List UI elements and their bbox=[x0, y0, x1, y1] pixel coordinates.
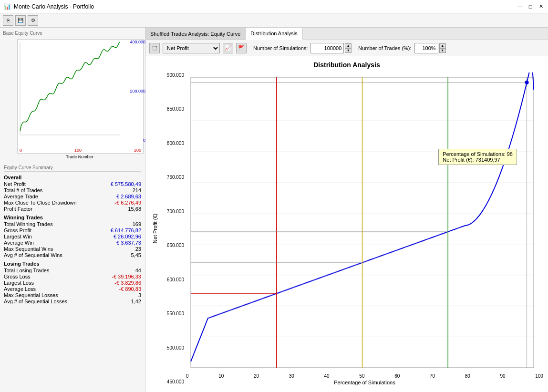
table-row: Average Trade€ 2.689,63 bbox=[4, 194, 141, 199]
settings-button[interactable]: ⚙ bbox=[28, 15, 38, 26]
row-label: Total Losing Trades bbox=[4, 268, 49, 273]
row-value: 169 bbox=[133, 221, 141, 227]
tab-distribution[interactable]: Distribution Analysis bbox=[246, 28, 302, 40]
y-axis-title: Net Profit (€) bbox=[152, 214, 158, 243]
copy-button[interactable]: ⎘ bbox=[3, 15, 13, 26]
table-row: Gross Profit€ 614.776,82 bbox=[4, 227, 141, 233]
row-value: -€ 3.829,86 bbox=[114, 280, 141, 286]
row-label: Profit Factor bbox=[4, 206, 32, 212]
tab-shuffled[interactable]: Shuffled Trades Analysis: Equity Curve bbox=[145, 28, 246, 40]
table-row: Max Sequential Losses3 bbox=[4, 292, 141, 298]
equity-summary: Equity Curve Summary OverallNet Profit€ … bbox=[0, 162, 145, 392]
trades-input[interactable]: 100% bbox=[414, 43, 438, 53]
row-label: Avg # of Sequential Wins bbox=[4, 252, 62, 258]
close-button[interactable]: ✕ bbox=[538, 3, 544, 10]
row-label: Largest Win bbox=[4, 234, 32, 239]
row-value: 214 bbox=[133, 187, 141, 193]
equity-curve-section-label: Base Equity Curve bbox=[3, 31, 142, 37]
row-value: 15,68 bbox=[128, 206, 141, 212]
row-value: 23 bbox=[135, 246, 141, 252]
save-button[interactable]: 💾 bbox=[15, 15, 26, 26]
row-label: Average Loss bbox=[4, 286, 36, 292]
tabs-bar: Shuffled Trades Analysis: Equity Curve D… bbox=[145, 28, 548, 40]
row-value: -€ 890,83 bbox=[119, 286, 141, 292]
table-row: Largest Loss-€ 3.829,86 bbox=[4, 280, 141, 286]
main-toolbar: ⎘ 💾 ⚙ bbox=[0, 13, 548, 28]
table-row: Max Sequential Wins23 bbox=[4, 246, 141, 252]
row-label: Average Trade bbox=[4, 194, 38, 199]
row-label: Total Winning Trades bbox=[4, 221, 53, 227]
row-label: Largest Loss bbox=[4, 280, 34, 286]
left-panel: Base Equity Curve 400.000 200.000 0 0 10… bbox=[0, 28, 145, 392]
equity-x-title: Trade Number bbox=[17, 155, 142, 159]
summary-group-title: Winning Trades bbox=[4, 215, 141, 220]
row-value: -€ 6.276,49 bbox=[114, 200, 141, 206]
summary-group-title: Overall bbox=[4, 175, 141, 180]
table-row: Average Win€ 3.637,73 bbox=[4, 240, 141, 246]
row-label: Avg # of Sequential Losses bbox=[4, 299, 67, 304]
chart-area: Distribution Analysis Net Profit (€) 900… bbox=[145, 56, 548, 392]
right-panel: Shuffled Trades Analysis: Equity Curve D… bbox=[145, 28, 548, 392]
x-axis-title: Percentage of Simulations bbox=[186, 380, 543, 385]
row-value: -€ 39.196,33 bbox=[112, 274, 141, 279]
trades-up[interactable]: ▲ bbox=[439, 43, 446, 48]
trades-label: Number of Trades (%): bbox=[358, 45, 411, 51]
equity-chart: 400.000 200.000 0 0 100 200 bbox=[17, 39, 144, 154]
chart-icon-btn[interactable]: ⬚ bbox=[149, 43, 160, 53]
equity-x-axis: 0 100 200 bbox=[18, 147, 143, 153]
row-label: Net Profit bbox=[4, 181, 26, 187]
table-row: Total Winning Trades169 bbox=[4, 221, 141, 227]
table-row: Average Loss-€ 890,83 bbox=[4, 286, 141, 292]
table-row: Avg # of Sequential Losses1,42 bbox=[4, 299, 141, 304]
simulations-label: Number of Simulations: bbox=[253, 45, 308, 51]
x-axis-labels: 0 10 20 30 40 50 60 70 80 90 100 bbox=[186, 372, 543, 379]
minimize-button[interactable]: ─ bbox=[517, 3, 523, 10]
chart-type-btn[interactable]: 📈 bbox=[223, 43, 233, 53]
row-label: Gross Profit bbox=[4, 227, 31, 233]
row-value: 3 bbox=[138, 292, 141, 298]
trades-down[interactable]: ▼ bbox=[439, 48, 446, 53]
title-bar: 📊 Monte-Carlo Analysis - Portfolio ─ □ ✕ bbox=[0, 0, 548, 13]
row-value: € 3.637,73 bbox=[116, 240, 141, 246]
window-title: Monte-Carlo Analysis - Portfolio bbox=[14, 3, 94, 10]
table-row: Max Close To Close Drawdown-€ 6.276,49 bbox=[4, 200, 141, 206]
row-value: € 614.776,82 bbox=[111, 227, 141, 233]
table-row: Total Losing Trades44 bbox=[4, 268, 141, 273]
flag-btn[interactable]: 🚩 bbox=[236, 43, 247, 53]
simulations-input[interactable]: 100000 bbox=[310, 43, 344, 53]
simulations-down[interactable]: ▼ bbox=[345, 48, 352, 53]
equity-y-axis: 400.000 200.000 0 bbox=[126, 40, 145, 144]
table-row: Net Profit€ 575.580,49 bbox=[4, 181, 141, 187]
row-value: € 575.580,49 bbox=[111, 181, 141, 187]
table-row: Gross Loss-€ 39.196,33 bbox=[4, 274, 141, 279]
table-row: Total # of Trades214 bbox=[4, 187, 141, 193]
simulations-up[interactable]: ▲ bbox=[345, 43, 352, 48]
window-icon: 📊 bbox=[4, 3, 11, 10]
row-label: Total # of Trades bbox=[4, 187, 42, 193]
row-value: € 26.092,96 bbox=[114, 234, 141, 239]
row-value: 5,45 bbox=[131, 252, 141, 258]
summary-title: Equity Curve Summary bbox=[4, 165, 141, 172]
row-value: € 2.689,63 bbox=[116, 194, 141, 199]
chart-toolbar: ⬚ Net Profit Gross Profit Drawdown Profi… bbox=[145, 40, 548, 56]
row-value: 44 bbox=[135, 268, 141, 273]
row-label: Max Close To Close Drawdown bbox=[4, 200, 77, 206]
maximize-button[interactable]: □ bbox=[527, 3, 534, 10]
table-row: Profit Factor15,68 bbox=[4, 206, 141, 212]
table-row: Avg # of Sequential Wins5,45 bbox=[4, 252, 141, 258]
row-value: 1,42 bbox=[131, 299, 141, 304]
metric-dropdown[interactable]: Net Profit Gross Profit Drawdown Profit … bbox=[163, 43, 220, 53]
row-label: Max Sequential Wins bbox=[4, 246, 53, 252]
row-label: Max Sequential Losses bbox=[4, 292, 58, 298]
table-row: Largest Win€ 26.092,96 bbox=[4, 234, 141, 239]
row-label: Gross Loss bbox=[4, 274, 31, 279]
y-axis-labels: 900.000 850.000 800.000 750.000 700.000 … bbox=[160, 72, 186, 384]
chart-title: Distribution Analysis bbox=[150, 61, 543, 69]
summary-group-title: Losing Trades bbox=[4, 261, 141, 267]
row-label: Average Win bbox=[4, 240, 34, 246]
